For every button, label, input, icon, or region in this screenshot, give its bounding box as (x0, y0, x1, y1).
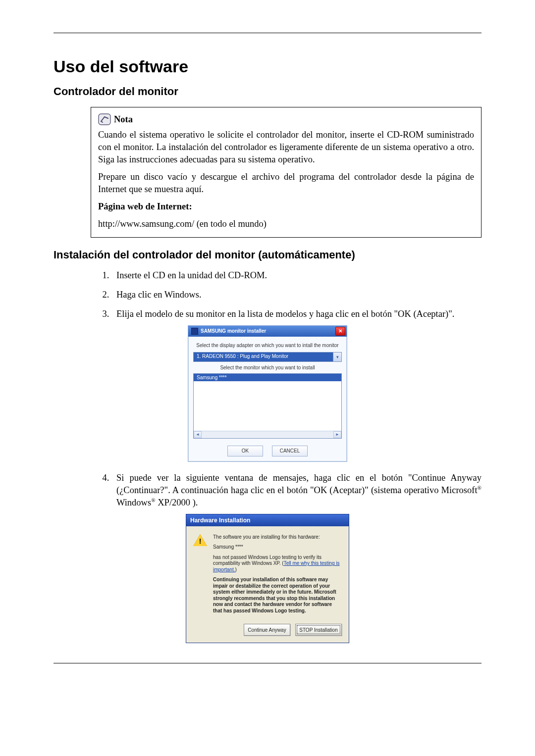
hardware-install-dialog: Hardware Installation ! The software you… (186, 514, 349, 644)
bottom-rule (54, 663, 482, 663)
hardware-message: The software you are installing for this… (213, 534, 342, 618)
registered-mark-1: ® (478, 485, 482, 491)
monitor-listbox[interactable]: Samsung **** ◄ ► (193, 373, 342, 439)
step-4-text-c: XP/2000 ). (156, 498, 198, 507)
install-steps-list-continued: Si puede ver la siguiente ventana de men… (91, 472, 482, 509)
installer-dialog: SAMSUNG monitor installer ✕ Select the d… (188, 325, 347, 462)
hw-line-2b: ) (235, 567, 236, 572)
step-3: Elija el modelo de su monitor en la list… (111, 308, 482, 320)
note-url: http://www.samsung.com/ (en todo el mund… (98, 218, 474, 230)
installer-titlebar: SAMSUNG monitor installer ✕ (188, 326, 347, 337)
section-heading-auto-install: Instalación del controlador del monitor … (54, 249, 482, 261)
stop-installation-button[interactable]: STOP Installation (295, 624, 342, 636)
warning-icon: ! (193, 534, 207, 548)
scroll-left-icon[interactable]: ◄ (194, 431, 202, 438)
section-heading-controller: Controlador del monitor (54, 85, 482, 98)
note-box: Nota Cuando el sistema operativo le soli… (91, 107, 482, 238)
page-title: Uso del software (54, 57, 482, 76)
svg-rect-0 (99, 114, 110, 125)
note-paragraph-2: Prepare un disco vacío y descargue el ar… (98, 171, 474, 196)
step-1: Inserte el CD en la unidad del CD-ROM. (111, 269, 482, 282)
horizontal-scrollbar[interactable]: ◄ ► (194, 431, 341, 438)
note-icon (98, 113, 111, 125)
hw-line-1: The software you are installing for this… (213, 534, 342, 541)
note-website-label: Página web de Internet: (98, 201, 474, 213)
samsung-logo-icon (191, 328, 198, 335)
install-steps-list: Inserte el CD en la unidad del CD-ROM. H… (91, 269, 482, 320)
close-button[interactable]: ✕ (335, 327, 345, 336)
hardware-title: Hardware Installation (190, 517, 250, 524)
hw-device-name: Samsung **** (213, 544, 342, 551)
note-label: Nota (114, 113, 133, 126)
step-4-text-b: Windows (116, 498, 151, 507)
step-4: Si puede ver la siguiente ventana de men… (111, 472, 482, 509)
installer-instruction-2: Select the monitor which you want to ins… (193, 365, 342, 370)
step-2: Haga clic en Windows. (111, 289, 482, 301)
chevron-down-icon[interactable]: ▾ (333, 353, 341, 361)
adapter-selected-value: 1. RADEON 9550 : Plug and Play Monitor (194, 353, 333, 361)
scroll-right-icon[interactable]: ► (333, 431, 341, 438)
registered-mark-2: ® (151, 497, 155, 503)
hw-line-2: has not passed Windows Logo testing to v… (213, 554, 342, 573)
installer-instruction-1: Select the display adapter on which you … (193, 343, 342, 348)
cancel-button[interactable]: CANCEL (272, 446, 308, 456)
ok-button[interactable]: OK (227, 446, 263, 456)
step-4-text-a: Si puede ver la siguiente ventana de men… (116, 473, 482, 495)
monitor-list-item-selected[interactable]: Samsung **** (194, 374, 341, 381)
adapter-dropdown[interactable]: 1. RADEON 9550 : Plug and Play Monitor ▾ (193, 352, 342, 362)
installer-title: SAMSUNG monitor installer (201, 328, 266, 334)
document-page: Uso del software Controlador del monitor… (0, 0, 535, 756)
top-rule (54, 33, 482, 33)
hardware-titlebar: Hardware Installation (186, 514, 349, 526)
note-paragraph-1: Cuando el sistema operativo le solicite … (98, 129, 474, 166)
continue-anyway-button[interactable]: Continue Anyway (244, 624, 290, 636)
hw-warning-paragraph: Continuing your installation of this sof… (213, 577, 342, 614)
